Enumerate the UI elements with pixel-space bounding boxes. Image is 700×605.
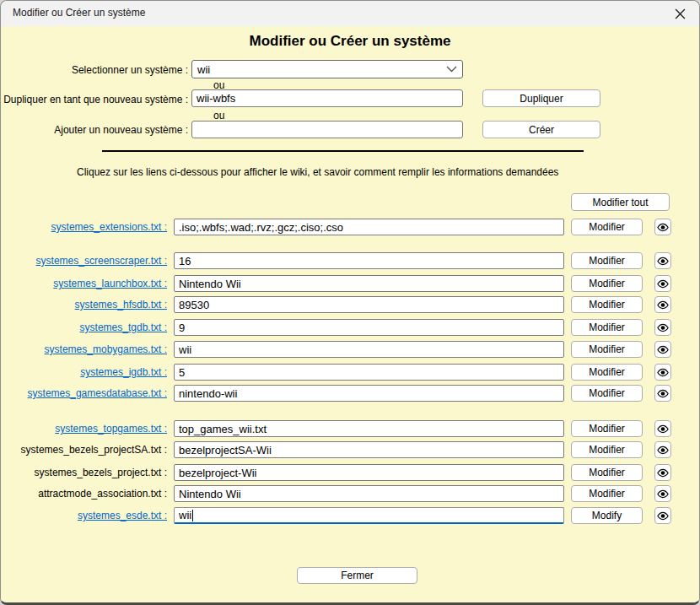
modify-button-gamesdatabase[interactable]: Modifier bbox=[571, 385, 643, 402]
modify-button-bezels-project[interactable]: Modifier bbox=[571, 464, 643, 481]
page-title: Modifier ou Créer un système bbox=[1, 33, 699, 50]
divider bbox=[102, 150, 584, 152]
bezels-projectsa-label: systemes_bezels_projectSA.txt : bbox=[1, 444, 167, 456]
view-button-igdb[interactable] bbox=[654, 364, 671, 381]
gamesdatabase-input[interactable] bbox=[174, 385, 564, 402]
attractmode-label: attractmode_association.txt : bbox=[1, 488, 167, 500]
field-row-launchbox: systemes_launchbox.txt : Modifier bbox=[1, 275, 700, 292]
wiki-link-esde[interactable]: systemes_esde.txt : bbox=[1, 510, 167, 521]
topgames-input[interactable] bbox=[174, 420, 564, 437]
field-row-topgames: systemes_topgames.txt : Modifier bbox=[1, 420, 700, 437]
eye-icon bbox=[657, 368, 669, 377]
modify-button-bezels-projectsa[interactable]: Modifier bbox=[571, 441, 643, 458]
wiki-link-igdb[interactable]: systemes_igdb.txt : bbox=[1, 366, 167, 378]
igdb-input[interactable] bbox=[174, 364, 564, 381]
eye-icon bbox=[657, 279, 669, 289]
modify-button-screenscraper[interactable]: Modifier bbox=[571, 252, 643, 269]
system-select[interactable]: wii bbox=[191, 60, 463, 78]
view-button-esde[interactable] bbox=[654, 507, 671, 524]
eye-icon bbox=[657, 389, 669, 398]
attractmode-input[interactable] bbox=[174, 485, 564, 502]
launchbox-input[interactable] bbox=[174, 275, 564, 292]
dialog-body: Modifier ou Créer un système Selectionne… bbox=[1, 26, 699, 605]
eye-icon bbox=[657, 323, 669, 332]
field-row-attractmode: attractmode_association.txt : Modifier bbox=[1, 485, 700, 502]
modify-button-attractmode[interactable]: Modifier bbox=[571, 485, 643, 502]
eye-icon bbox=[657, 257, 669, 266]
extensions-input[interactable] bbox=[174, 219, 564, 235]
bezels-projectsa-input[interactable] bbox=[174, 441, 564, 458]
duplicate-button[interactable]: Dupliquer bbox=[482, 89, 600, 107]
view-button-attractmode[interactable] bbox=[654, 485, 671, 502]
info-text: Cliquez sur les liens ci-dessous pour af… bbox=[77, 166, 558, 178]
wiki-link-tgdb[interactable]: systemes_tgdb.txt : bbox=[1, 321, 167, 333]
wiki-link-hfsdb[interactable]: systemes_hfsdb.txt : bbox=[1, 299, 167, 311]
bezels-project-input[interactable] bbox=[174, 464, 564, 481]
view-button-mobygames[interactable] bbox=[654, 341, 671, 358]
field-row-bezels-project: systemes_bezels_project.txt : Modifier bbox=[1, 464, 700, 481]
field-row-igdb: systemes_igdb.txt : Modifier bbox=[1, 364, 700, 381]
wiki-link-screenscraper[interactable]: systemes_screenscraper.txt : bbox=[1, 255, 167, 267]
modify-button-hfsdb[interactable]: Modifier bbox=[571, 296, 643, 313]
wiki-link-mobygames[interactable]: systemes_mobygames.txt : bbox=[1, 343, 167, 355]
or-label-2: ou bbox=[213, 110, 224, 122]
view-button-hfsdb[interactable] bbox=[654, 296, 671, 313]
field-row-tgdb: systemes_tgdb.txt : Modifier bbox=[1, 319, 700, 336]
screenscraper-input[interactable] bbox=[174, 252, 564, 269]
wiki-link-topgames[interactable]: systemes_topgames.txt : bbox=[1, 423, 167, 435]
field-row-hfsdb: systemes_hfsdb.txt : Modifier bbox=[1, 296, 700, 313]
text-caret bbox=[192, 510, 193, 521]
modify-button-tgdb[interactable]: Modifier bbox=[571, 319, 643, 336]
eye-icon bbox=[657, 489, 669, 499]
field-row-gamesdatabase: systemes_gamesdatabase.txt : Modifier bbox=[1, 385, 700, 402]
wiki-link-extensions[interactable]: systemes_extensions.txt : bbox=[1, 221, 167, 233]
titlebar: Modifier ou Créer un système bbox=[1, 1, 699, 26]
eye-icon bbox=[657, 223, 669, 232]
eye-icon bbox=[657, 468, 669, 478]
eye-icon bbox=[657, 300, 669, 310]
bezels-project-label: systemes_bezels_project.txt : bbox=[1, 467, 167, 478]
window-title: Modifier ou Créer un système bbox=[13, 7, 145, 19]
add-system-input[interactable] bbox=[191, 121, 463, 138]
field-row-esde: systemes_esde.txt : Modify bbox=[1, 507, 700, 524]
add-system-label: Ajouter un nouveau système : bbox=[1, 124, 188, 136]
view-button-launchbox[interactable] bbox=[654, 275, 671, 292]
hfsdb-input[interactable] bbox=[174, 296, 564, 313]
tgdb-input[interactable] bbox=[174, 319, 564, 336]
close-icon bbox=[675, 8, 686, 19]
modify-button-launchbox[interactable]: Modifier bbox=[571, 275, 643, 292]
modify-button-igdb[interactable]: Modifier bbox=[571, 364, 643, 381]
chevron-down-icon bbox=[446, 66, 457, 73]
duplicate-label: Dupliquer en tant que nouveau système : bbox=[1, 94, 188, 105]
wiki-link-gamesdatabase[interactable]: systemes_gamesdatabase.txt : bbox=[1, 387, 167, 399]
eye-icon bbox=[657, 424, 669, 434]
close-button[interactable] bbox=[660, 1, 699, 26]
eye-icon bbox=[657, 511, 669, 521]
esde-input[interactable] bbox=[174, 507, 564, 524]
modify-all-button[interactable]: Modifier tout bbox=[571, 193, 670, 211]
close-dialog-button[interactable]: Fermer bbox=[297, 567, 417, 584]
view-button-tgdb[interactable] bbox=[654, 319, 671, 336]
create-button[interactable]: Créer bbox=[482, 121, 600, 138]
field-row-bezels-projectsa: systemes_bezels_projectSA.txt : Modifier bbox=[1, 441, 700, 458]
mobygames-input[interactable] bbox=[174, 341, 564, 358]
eye-icon bbox=[657, 446, 669, 455]
system-select-value: wii bbox=[197, 63, 210, 76]
select-system-label: Selectionner un système : bbox=[1, 64, 188, 76]
view-button-topgames[interactable] bbox=[654, 420, 671, 437]
view-button-screenscraper[interactable] bbox=[654, 252, 671, 269]
duplicate-input[interactable] bbox=[191, 89, 463, 107]
modify-button-topgames[interactable]: Modifier bbox=[571, 420, 643, 437]
modify-button-esde[interactable]: Modify bbox=[571, 507, 643, 524]
field-row-mobygames: systemes_mobygames.txt : Modifier bbox=[1, 341, 700, 358]
eye-icon bbox=[657, 345, 669, 354]
view-button-gamesdatabase[interactable] bbox=[654, 385, 671, 402]
dialog-window: Modifier ou Créer un système Modifier ou… bbox=[0, 0, 700, 605]
field-row-screenscraper: systemes_screenscraper.txt : Modifier bbox=[1, 252, 700, 269]
modify-button-extensions[interactable]: Modifier bbox=[571, 219, 643, 235]
wiki-link-launchbox[interactable]: systemes_launchbox.txt : bbox=[1, 278, 167, 289]
modify-button-mobygames[interactable]: Modifier bbox=[571, 341, 643, 358]
view-button-extensions[interactable] bbox=[654, 219, 671, 235]
view-button-bezels-projectsa[interactable] bbox=[654, 441, 671, 458]
view-button-bezels-project[interactable] bbox=[654, 464, 671, 481]
